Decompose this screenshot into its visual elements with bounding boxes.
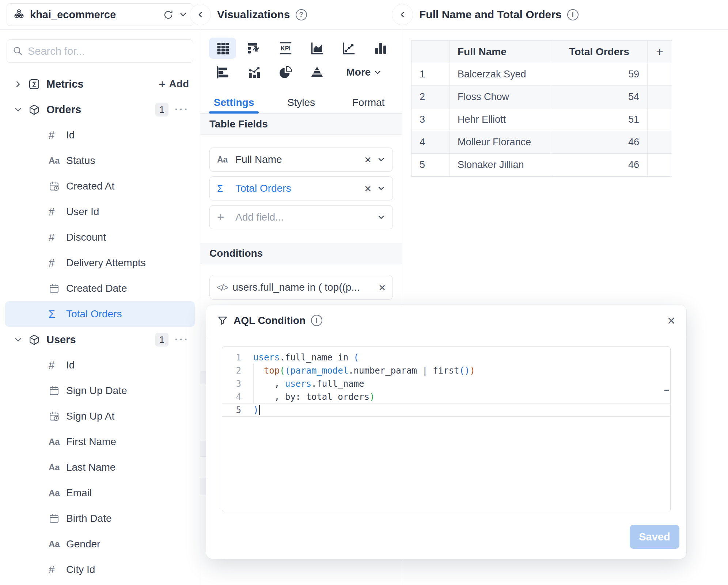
- table-chart-icon[interactable]: [209, 38, 236, 59]
- chevron-down-icon[interactable]: [377, 156, 385, 164]
- sidebar-field-status[interactable]: AaStatus: [0, 148, 200, 173]
- row-number-cell: 5: [412, 154, 450, 176]
- empty-cell: [648, 63, 672, 86]
- tab-styles[interactable]: Styles: [268, 92, 335, 113]
- sidebar-field-delivery-attempts[interactable]: #Delivery Attempts: [0, 250, 200, 276]
- more-menu-icon[interactable]: ···: [175, 334, 189, 345]
- more-menu-icon[interactable]: ···: [175, 104, 189, 115]
- full-name-cell: Molleur Florance: [450, 131, 551, 154]
- field-label: Last Name: [66, 462, 115, 473]
- modal-title: AQL Condition: [234, 315, 306, 326]
- sidebar-field-last-name[interactable]: AaLast Name: [0, 455, 200, 480]
- field-label: Sign Up Date: [66, 385, 127, 397]
- text-cursor: [259, 405, 260, 415]
- combo-chart-icon[interactable]: [240, 62, 268, 83]
- sidebar-item-metrics[interactable]: Metrics+Add: [0, 71, 200, 97]
- line-number: 4: [222, 392, 253, 402]
- chevron-down-icon: [14, 336, 23, 344]
- sidebar-section-users[interactable]: Users1···: [0, 327, 200, 352]
- sidebar-field-sign-up-at[interactable]: Sign Up At: [0, 404, 200, 429]
- sidebar-field-user-id[interactable]: #User Id: [0, 199, 200, 225]
- chevron-down-icon[interactable]: [179, 11, 187, 19]
- sidebar-field-city-id[interactable]: #City Id: [0, 557, 200, 582]
- field-label: City Id: [66, 564, 95, 576]
- bar-chart-icon[interactable]: [209, 62, 236, 83]
- code-line: 1users.full_name in (: [222, 351, 670, 364]
- total-orders-cell: 59: [551, 63, 648, 86]
- full-name-cell: Balcerzak Syed: [450, 63, 551, 86]
- field-label: Id: [66, 129, 75, 141]
- pivot-chart-icon[interactable]: [240, 38, 268, 59]
- sidebar-field-gender[interactable]: AaGender: [0, 531, 200, 557]
- remove-condition-icon[interactable]: ×: [379, 282, 386, 293]
- field-label: Birth Date: [66, 513, 112, 524]
- remove-field-icon[interactable]: ×: [361, 154, 375, 165]
- tab-settings[interactable]: Settings: [200, 92, 268, 113]
- conditions-header: Conditions: [200, 243, 402, 264]
- tab-format[interactable]: Format: [335, 92, 402, 113]
- pie-chart-icon[interactable]: [272, 62, 299, 83]
- refresh-icon[interactable]: [163, 9, 174, 20]
- field-tree: Metrics+AddOrders1···#IdAaStatusCreated …: [0, 71, 200, 582]
- column-header-total-orders[interactable]: Total Orders: [551, 41, 648, 63]
- sidebar-field-created-date[interactable]: Created Date: [0, 276, 200, 301]
- column-chart-icon[interactable]: [366, 38, 393, 59]
- number-type-icon: #: [49, 564, 66, 576]
- sidebar-field-id[interactable]: #Id: [0, 122, 200, 148]
- add-column-button[interactable]: +: [648, 41, 672, 63]
- condition-chip[interactable]: </> users.full_name in ( top((p... ×: [209, 275, 393, 300]
- sidebar-field-id[interactable]: #Id: [0, 352, 200, 378]
- help-icon[interactable]: ?: [296, 9, 307, 20]
- area-chart-icon[interactable]: [303, 38, 330, 59]
- remove-field-icon[interactable]: ×: [361, 183, 375, 194]
- date-type-icon: [49, 513, 66, 524]
- line-chart-icon[interactable]: [335, 38, 362, 59]
- sidebar-section-orders[interactable]: Orders1···: [0, 97, 200, 122]
- saved-button[interactable]: Saved: [630, 525, 679, 549]
- chevron-down-icon[interactable]: [377, 213, 385, 221]
- number-type-icon: #: [49, 129, 66, 141]
- chevron-down-icon: [374, 69, 382, 76]
- collapse-panel-button[interactable]: [392, 4, 413, 25]
- sidebar-field-birth-date[interactable]: Birth Date: [0, 506, 200, 531]
- result-title: Full Name and Total Orders: [419, 8, 562, 21]
- sidebar-field-first-name[interactable]: AaFirst Name: [0, 429, 200, 455]
- close-icon[interactable]: ×: [667, 314, 675, 328]
- info-icon[interactable]: i: [311, 315, 322, 326]
- empty-cell: [648, 131, 672, 154]
- full-name-cell: Slonaker Jillian: [450, 154, 551, 176]
- table-field-full-name[interactable]: AaFull Name×: [209, 148, 393, 172]
- datetime-type-icon: [49, 181, 66, 192]
- condition-chip-text: users.full_name in ( top((p...: [232, 282, 374, 293]
- sidebar-header: khai_ecommerce: [0, 0, 200, 30]
- sidebar-field-total-orders[interactable]: ΣTotal Orders: [5, 301, 195, 327]
- search-input[interactable]: [28, 45, 187, 57]
- table-field-total-orders[interactable]: ΣTotal Orders×: [209, 176, 393, 200]
- pyramid-chart-icon[interactable]: [303, 62, 330, 83]
- column-header-full-name[interactable]: Full Name: [450, 41, 551, 63]
- chevron-down-icon[interactable]: [377, 184, 385, 192]
- kpi-chart-icon[interactable]: KPI: [272, 38, 299, 59]
- row-number-cell: 4: [412, 131, 450, 154]
- dataset-selector[interactable]: khai_ecommerce: [7, 3, 193, 26]
- aql-code-editor[interactable]: 1users.full_name in (2 top((param_model.…: [222, 346, 671, 512]
- model-cube-icon: [28, 104, 43, 116]
- more-charts-button[interactable]: More: [346, 62, 382, 83]
- sidebar-field-sign-up-date[interactable]: Sign Up Date: [0, 378, 200, 404]
- info-icon[interactable]: i: [567, 9, 579, 20]
- add-metric-button[interactable]: +Add: [159, 78, 189, 90]
- collapse-panel-button[interactable]: [190, 4, 211, 25]
- indent-guide: [253, 364, 254, 404]
- add-label: Add: [169, 78, 189, 90]
- field-label: Total Orders: [66, 308, 122, 320]
- filter-icon: [217, 315, 228, 326]
- search-box: [7, 39, 193, 63]
- number-type-icon: #: [49, 359, 66, 371]
- sidebar-field-email[interactable]: AaEmail: [0, 480, 200, 506]
- add-field-button[interactable]: +Add field...: [209, 205, 393, 229]
- viz-tabs: SettingsStylesFormat: [200, 92, 402, 114]
- dataset-sidebar: khai_ecommerce Metrics+AddOrders1···#IdA…: [0, 0, 200, 585]
- viz-panel-title: Visualizations: [217, 8, 290, 21]
- sidebar-field-discount[interactable]: #Discount: [0, 225, 200, 250]
- sidebar-field-created-at[interactable]: Created At: [0, 173, 200, 199]
